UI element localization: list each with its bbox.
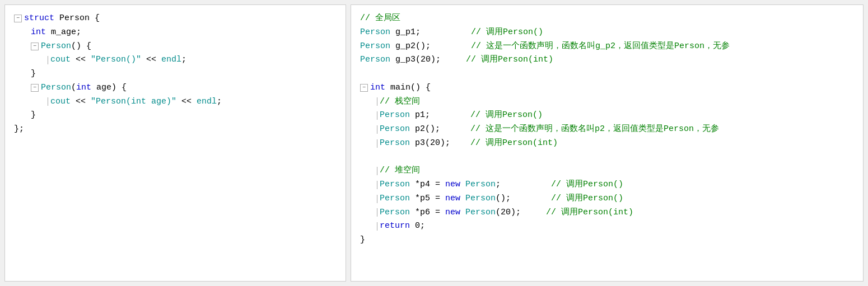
comment-p4: // 调用Person() bbox=[551, 178, 623, 192]
type-person-p6: Person bbox=[380, 206, 410, 220]
code-line-ctor-default-open: − Person() { bbox=[14, 40, 337, 54]
collapse-main-icon[interactable]: − bbox=[360, 84, 368, 92]
code-line-return: return 0; bbox=[360, 219, 854, 233]
type-person-new-p5: Person bbox=[465, 192, 496, 206]
comment-gp1: // 调用Person() bbox=[471, 26, 543, 40]
fn-endl: endl bbox=[161, 53, 181, 67]
comment-stack: // 栈空间 bbox=[380, 95, 420, 109]
code-line-struct-open: − struct Person { bbox=[14, 12, 337, 26]
type-person-p4: Person bbox=[380, 178, 410, 192]
collapse-struct-icon[interactable]: − bbox=[14, 15, 22, 22]
code-line-p5: Person *p5 = new Person(); // 调用Person() bbox=[360, 192, 854, 206]
comment-p1: // 调用Person() bbox=[470, 109, 543, 123]
fn-cout2: cout bbox=[50, 95, 71, 109]
type-person-gp1: Person bbox=[360, 26, 390, 40]
comment-gp2: // 这是一个函数声明，函数名叫g_p2，返回值类型是Person，无参 bbox=[471, 40, 730, 54]
code-line-ctor-default-close: } bbox=[14, 67, 337, 81]
fn-cout: cout bbox=[50, 53, 71, 67]
comment-p3: // 调用Person(int) bbox=[470, 137, 558, 151]
code-line-ctor-int-open: − Person(int age) { bbox=[14, 81, 337, 95]
type-person-p3: Person bbox=[380, 137, 410, 151]
string-person-int: "Person(int age)" bbox=[91, 95, 176, 109]
code-line-stack-comment: // 栈空间 bbox=[360, 95, 854, 109]
keyword-int: int bbox=[31, 26, 46, 40]
code-line-p4: Person *p4 = new Person; // 调用Person() bbox=[360, 178, 854, 192]
code-line-p6: Person *p6 = new Person(20); // 调用Person… bbox=[360, 206, 854, 220]
collapse-ctor-default-icon[interactable]: − bbox=[31, 43, 39, 50]
type-person-p2: Person bbox=[380, 123, 410, 137]
code-line-main-open: − int main() { bbox=[360, 81, 854, 95]
type-person-gp3: Person bbox=[360, 53, 390, 67]
keyword-int-main: int bbox=[370, 81, 385, 95]
code-line-p3: Person p3(20); // 调用Person(int) bbox=[360, 137, 854, 151]
keyword-int2: int bbox=[76, 81, 91, 95]
keyword-new-p6: new bbox=[445, 206, 460, 220]
comment-p5: // 调用Person() bbox=[551, 192, 623, 206]
comment-p2: // 这是一个函数声明，函数名叫p2，返回值类型是Person，无参 bbox=[470, 123, 719, 137]
code-line-heap-comment: // 堆空间 bbox=[360, 164, 854, 178]
type-person-ctor2: Person bbox=[41, 81, 71, 95]
collapse-ctor-int-icon[interactable]: − bbox=[31, 84, 39, 92]
keyword-return: return bbox=[380, 219, 410, 233]
code-line-gp2: Person g_p2(); // 这是一个函数声明，函数名叫g_p2，返回值类… bbox=[360, 40, 854, 54]
type-person-p1: Person bbox=[380, 109, 410, 123]
type-person-new-p4: Person bbox=[465, 178, 496, 192]
code-line-gp3: Person g_p3(20); // 调用Person(int) bbox=[360, 53, 854, 67]
code-line-p1: Person p1; // 调用Person() bbox=[360, 109, 854, 123]
keyword-struct: struct bbox=[24, 12, 59, 26]
code-line-struct-close: }; bbox=[14, 123, 337, 137]
comment-p6: // 调用Person(int) bbox=[546, 206, 633, 220]
blank-line-2 bbox=[360, 151, 854, 165]
right-code-panel: // 全局区 Person g_p1; // 调用Person() Person… bbox=[351, 4, 864, 282]
code-line-ctor-int-close: } bbox=[14, 109, 337, 123]
code-line-cout-int: cout << "Person(int age)" << endl; bbox=[14, 95, 337, 109]
string-person: "Person()" bbox=[91, 53, 141, 67]
code-line-global-comment: // 全局区 bbox=[360, 12, 854, 26]
comment-gp3: // 调用Person(int) bbox=[466, 53, 553, 67]
left-code-panel: − struct Person { int m_age; − Person() … bbox=[4, 4, 346, 282]
type-person-p5: Person bbox=[380, 192, 410, 206]
fn-endl2: endl bbox=[197, 95, 217, 109]
keyword-new-p5: new bbox=[445, 192, 460, 206]
keyword-new-p4: new bbox=[445, 178, 460, 192]
code-line-main-close: } bbox=[360, 233, 854, 247]
code-line-p2: Person p2(); // 这是一个函数声明，函数名叫p2，返回值类型是Pe… bbox=[360, 123, 854, 137]
type-person-gp2: Person bbox=[360, 40, 390, 54]
code-line-member: int m_age; bbox=[14, 26, 337, 40]
comment-global: // 全局区 bbox=[360, 12, 400, 26]
blank-line-1 bbox=[360, 67, 854, 81]
comment-heap: // 堆空间 bbox=[380, 164, 420, 178]
type-person-ctor: Person bbox=[41, 40, 71, 54]
code-line-cout-default: cout << "Person()" << endl; bbox=[14, 53, 337, 67]
code-line-gp1: Person g_p1; // 调用Person() bbox=[360, 26, 854, 40]
type-person-new-p6: Person bbox=[465, 206, 496, 220]
